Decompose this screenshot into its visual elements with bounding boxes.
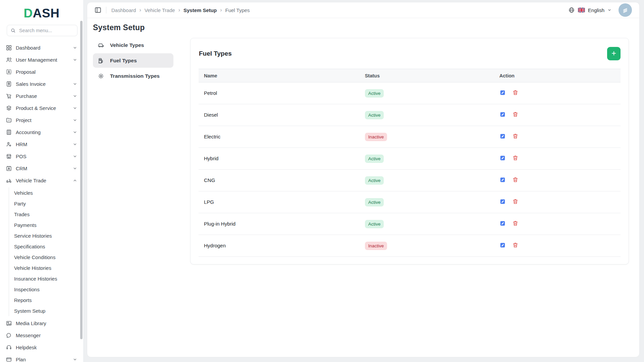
- breadcrumb-separator: ›: [220, 7, 222, 13]
- delete-button[interactable]: [512, 220, 519, 227]
- delete-button[interactable]: [512, 177, 519, 183]
- sidebar-subitem-inspections[interactable]: Inspections: [9, 284, 83, 295]
- fuel-types-card: Fuel Types + Name Status Action Petrol A…: [190, 38, 629, 264]
- sidebar: DASH Dashboard User Management Proposal …: [0, 0, 83, 362]
- chevron-down-icon: [73, 142, 77, 146]
- avatar[interactable]: [619, 3, 632, 17]
- sidebar-item-accounting[interactable]: Accounting: [0, 126, 83, 138]
- edit-button[interactable]: [499, 242, 506, 248]
- delete-button[interactable]: [512, 89, 519, 96]
- sidebar-subitem-vehicles[interactable]: Vehicles: [9, 187, 83, 198]
- delete-button[interactable]: [512, 242, 519, 248]
- sidebar-item-label: Proposal: [16, 69, 77, 75]
- sidebar-item-sales-invoice[interactable]: Sales Invoice: [0, 78, 83, 90]
- edit-button[interactable]: [499, 155, 506, 161]
- main-panel: Dashboard › Vehicle Trade › System Setup…: [87, 2, 640, 357]
- sidebar-subitem-party[interactable]: Party: [9, 198, 83, 209]
- card-header: Fuel Types +: [191, 38, 629, 69]
- store-icon: [6, 153, 12, 160]
- subnav-item-transmission-types[interactable]: Transmission Types: [93, 69, 173, 83]
- sidebar-subitem-payments[interactable]: Payments: [9, 220, 83, 230]
- delete-button[interactable]: [512, 111, 519, 118]
- table-row: Diesel Active: [199, 104, 621, 126]
- breadcrumb-item[interactable]: Vehicle Trade: [145, 7, 175, 13]
- sidebar-item-label: Vehicle Trade: [16, 178, 69, 183]
- sidebar-subitem-vehicle-histories[interactable]: Vehicle Histories: [9, 262, 83, 273]
- breadcrumb-item[interactable]: System Setup: [183, 7, 217, 13]
- edit-button[interactable]: [499, 220, 506, 227]
- table-row: Plug-in Hybrid Active: [199, 213, 621, 235]
- sidebar-item-messenger[interactable]: Messenger: [0, 329, 83, 341]
- sidebar-scrollbar[interactable]: [80, 21, 83, 339]
- sidebar-item-crm[interactable]: CRM: [0, 162, 83, 174]
- brand-logo-accent: D: [24, 7, 33, 19]
- chevron-down-icon: [73, 154, 77, 159]
- search-icon: [10, 28, 16, 33]
- car-icon: [98, 42, 104, 49]
- sidebar-item-label: Purchase: [16, 93, 69, 99]
- edit-button[interactable]: [499, 133, 506, 139]
- sidebar-item-vehicle-trade[interactable]: Vehicle Trade: [0, 174, 83, 186]
- proposal-icon: [6, 69, 12, 75]
- edit-button[interactable]: [499, 177, 506, 183]
- sidebar-subitem-service-histories[interactable]: Service Histories: [9, 230, 83, 241]
- status-badge: Active: [365, 176, 384, 185]
- breadcrumb-separator: ›: [139, 7, 141, 13]
- vehicle-trade-submenu: VehiclesPartyTradesPaymentsService Histo…: [9, 187, 83, 316]
- sidebar-item-purchase[interactable]: Purchase: [0, 90, 83, 102]
- sidebar-item-plan[interactable]: Plan: [0, 353, 83, 362]
- sidebar-subitem-specifications[interactable]: Specifications: [9, 241, 83, 252]
- topbar-right: English: [568, 3, 632, 17]
- subnav-item-vehicle-types[interactable]: Vehicle Types: [93, 38, 173, 52]
- globe-icon[interactable]: [568, 7, 575, 13]
- sidebar-subitem-vehicle-conditions[interactable]: Vehicle Conditions: [9, 252, 83, 262]
- breadcrumb-separator: ›: [178, 7, 180, 13]
- add-fuel-type-button[interactable]: +: [607, 47, 621, 60]
- chevron-down-icon: [73, 58, 77, 62]
- chevron-down-icon[interactable]: [607, 8, 611, 12]
- subnav-item-label: Fuel Types: [110, 58, 137, 64]
- delete-button[interactable]: [512, 198, 519, 205]
- chevron-up-icon: [73, 178, 77, 183]
- sidebar-item-pos[interactable]: POS: [0, 150, 83, 162]
- sidebar-subitem-trades[interactable]: Trades: [9, 209, 83, 220]
- sidebar-item-project[interactable]: Project: [0, 114, 83, 126]
- contact-card-icon: [6, 165, 12, 172]
- delete-button[interactable]: [512, 155, 519, 161]
- chevron-down-icon: [73, 94, 77, 98]
- fuel-name: CNG: [204, 177, 215, 183]
- breadcrumb: Dashboard › Vehicle Trade › System Setup…: [111, 7, 250, 13]
- subnav-item-fuel-types[interactable]: Fuel Types: [93, 53, 173, 68]
- sidebar-item-user-management[interactable]: User Management: [0, 54, 83, 66]
- sidebar-subitem-reports[interactable]: Reports: [9, 295, 83, 305]
- sidebar-item-label: Accounting: [16, 129, 69, 135]
- fuel-name: LPG: [204, 199, 214, 205]
- edit-button[interactable]: [499, 111, 506, 118]
- column-header-action: Action: [493, 73, 621, 78]
- chevron-down-icon: [73, 130, 77, 134]
- delete-button[interactable]: [512, 133, 519, 139]
- column-header-status: Status: [365, 73, 493, 78]
- sidebar-toggle-button[interactable]: [94, 6, 102, 14]
- credit-card-icon: [6, 356, 12, 362]
- brand-logo[interactable]: DASH: [0, 0, 83, 19]
- sidebar-item-dashboard[interactable]: Dashboard: [0, 42, 83, 54]
- sidebar-item-proposal[interactable]: Proposal: [0, 66, 83, 78]
- edit-button[interactable]: [499, 198, 506, 205]
- sidebar-item-label: HRM: [16, 141, 69, 147]
- table-row: Hydrogen Inactive: [199, 235, 621, 257]
- sidebar-item-product-service[interactable]: Product & Service: [0, 102, 83, 114]
- sidebar-subitem-insurance-histories[interactable]: Insurance Histories: [9, 273, 83, 284]
- fuel-pump-icon: [98, 57, 104, 64]
- table-row: LPG Active: [199, 191, 621, 213]
- sidebar-item-label: Project: [16, 117, 69, 123]
- sidebar-subitem-system-setup[interactable]: System Setup: [9, 305, 83, 316]
- language-selector[interactable]: English: [588, 7, 604, 13]
- breadcrumb-item[interactable]: Dashboard: [111, 7, 136, 13]
- sidebar-item-hrm[interactable]: HRM: [0, 138, 83, 150]
- sidebar-item-media-library[interactable]: Media Library: [0, 317, 83, 329]
- search-input[interactable]: [18, 27, 74, 34]
- edit-button[interactable]: [499, 89, 506, 96]
- sidebar-item-helpdesk[interactable]: Helpdesk: [0, 341, 83, 353]
- status-badge: Active: [365, 198, 384, 206]
